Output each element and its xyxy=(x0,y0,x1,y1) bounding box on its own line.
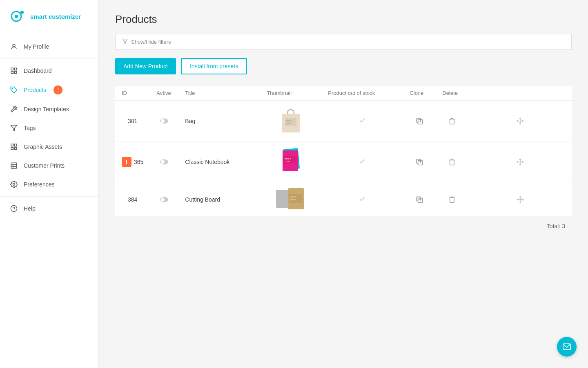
filter-icon xyxy=(10,124,18,132)
grid-icon xyxy=(10,143,18,151)
svg-text:YOURS: YOURS xyxy=(285,160,291,162)
total-line: Total: 3 xyxy=(115,216,572,229)
product-clone[interactable] xyxy=(403,101,436,141)
sidebar-item-my-profile[interactable]: My Profile xyxy=(0,37,98,56)
product-active[interactable] xyxy=(150,182,178,217)
product-thumbnail: MAKE IT YOURS xyxy=(260,141,321,182)
sidebar-item-design-templates[interactable]: Design Templates xyxy=(0,100,98,119)
product-clone[interactable] xyxy=(403,182,436,217)
svg-rect-11 xyxy=(15,144,17,146)
delete-button[interactable] xyxy=(447,156,457,168)
delete-button[interactable] xyxy=(447,194,457,205)
sidebar-item-dashboard[interactable]: Dashboard xyxy=(0,61,98,80)
sidebar-item-products[interactable]: Products ! xyxy=(0,80,98,100)
product-title: Classic Notebook xyxy=(178,141,260,182)
filter-label: Show/Hide filters xyxy=(131,39,171,45)
svg-point-2 xyxy=(20,11,24,14)
svg-rect-49 xyxy=(289,194,302,203)
product-active[interactable] xyxy=(150,141,178,182)
product-id: 384 xyxy=(115,182,150,217)
product-stock xyxy=(321,182,403,217)
products-badge: ! xyxy=(53,85,62,94)
sidebar-item-help[interactable]: Help xyxy=(0,199,98,218)
product-title: Cutting Board xyxy=(178,182,260,217)
bag-image: MAKE IT YOURS xyxy=(279,106,302,134)
sidebar-item-graphic-assets[interactable]: Graphic Assets xyxy=(0,137,98,156)
svg-rect-25 xyxy=(285,118,296,126)
product-id: ! 365 xyxy=(115,141,150,182)
delete-button[interactable] xyxy=(447,115,457,127)
filter-icon xyxy=(122,38,128,45)
col-header-stock: Product out of stock xyxy=(321,86,403,101)
mail-icon xyxy=(562,343,571,350)
clone-button[interactable] xyxy=(414,115,425,127)
dashboard-icon xyxy=(10,67,18,75)
svg-rect-37 xyxy=(283,156,297,164)
action-buttons: Add New Product Install from presets xyxy=(115,58,572,74)
product-id: 301 xyxy=(115,101,150,141)
product-active[interactable] xyxy=(150,101,178,141)
help-icon xyxy=(10,204,18,213)
product-stock xyxy=(321,141,403,182)
col-header-title: Title xyxy=(178,86,260,101)
install-from-presets-button[interactable]: Install from presets xyxy=(181,58,247,74)
col-header-id: ID xyxy=(115,86,150,101)
sidebar-item-tags[interactable]: Tags xyxy=(0,119,98,137)
product-delete[interactable] xyxy=(436,101,468,141)
table-row: 384 Cutting Board xyxy=(115,182,572,217)
product-delete[interactable] xyxy=(436,182,468,217)
app-name: smart customizer xyxy=(30,13,81,20)
svg-point-23 xyxy=(161,119,165,123)
svg-text:MAKE IT: MAKE IT xyxy=(290,196,297,198)
svg-rect-6 xyxy=(11,72,13,74)
main-content: Products Show/Hide filters Add New Produ… xyxy=(99,0,588,368)
logo-icon xyxy=(10,8,26,25)
clone-button[interactable] xyxy=(414,156,425,168)
svg-text:YOURS: YOURS xyxy=(286,122,292,124)
sidebar-label-help: Help xyxy=(24,205,36,212)
col-header-delete: Delete xyxy=(436,86,468,101)
sidebar-label-design-templates: Design Templates xyxy=(24,106,69,112)
clone-button[interactable] xyxy=(414,194,425,205)
svg-marker-9 xyxy=(11,125,17,131)
svg-rect-4 xyxy=(11,68,13,70)
product-thumbnail: MAKE IT YOURS xyxy=(260,182,321,217)
product-delete[interactable] xyxy=(436,141,468,182)
toggle-active-button[interactable] xyxy=(158,116,170,126)
sidebar-item-preferences[interactable]: Preferences xyxy=(0,175,98,194)
col-header-clone: Clone xyxy=(403,86,436,101)
total-count: Total: 3 xyxy=(547,223,565,229)
filter-bar[interactable]: Show/Hide filters xyxy=(115,34,572,50)
chat-bubble[interactable] xyxy=(557,337,577,357)
svg-rect-10 xyxy=(11,144,13,146)
toggle-active-button[interactable] xyxy=(158,157,170,167)
product-move[interactable] xyxy=(468,182,572,217)
product-move[interactable] xyxy=(468,101,572,141)
svg-point-46 xyxy=(161,197,165,201)
svg-point-18 xyxy=(13,184,15,186)
logo-area: smart customizer xyxy=(0,0,98,33)
product-title: Bag xyxy=(178,101,260,141)
sidebar-item-customer-prints[interactable]: Customer Prints xyxy=(0,156,98,175)
move-button[interactable] xyxy=(515,116,526,126)
person-icon xyxy=(10,43,18,51)
move-button[interactable] xyxy=(515,157,526,167)
col-header-thumbnail: Thumbnail xyxy=(260,86,321,101)
wrench-icon xyxy=(10,105,18,113)
notebook-image: MAKE IT YOURS xyxy=(280,147,301,175)
page-title: Products xyxy=(115,13,572,26)
product-move[interactable] xyxy=(468,141,572,182)
add-new-product-button[interactable]: Add New Product xyxy=(115,58,176,74)
sidebar-label-graphic-assets: Graphic Assets xyxy=(24,144,62,150)
svg-point-3 xyxy=(13,44,15,47)
move-button[interactable] xyxy=(515,194,526,205)
table-icon xyxy=(10,162,18,170)
svg-text:MAKE IT: MAKE IT xyxy=(285,158,292,160)
warning-badge: ! xyxy=(122,157,131,167)
svg-rect-14 xyxy=(11,163,17,168)
product-clone[interactable] xyxy=(403,141,436,182)
product-stock xyxy=(321,101,403,141)
table-row: 301 Bag MAKE I xyxy=(115,101,572,141)
toggle-active-button[interactable] xyxy=(158,195,170,204)
sidebar-label-my-profile: My Profile xyxy=(24,43,49,50)
